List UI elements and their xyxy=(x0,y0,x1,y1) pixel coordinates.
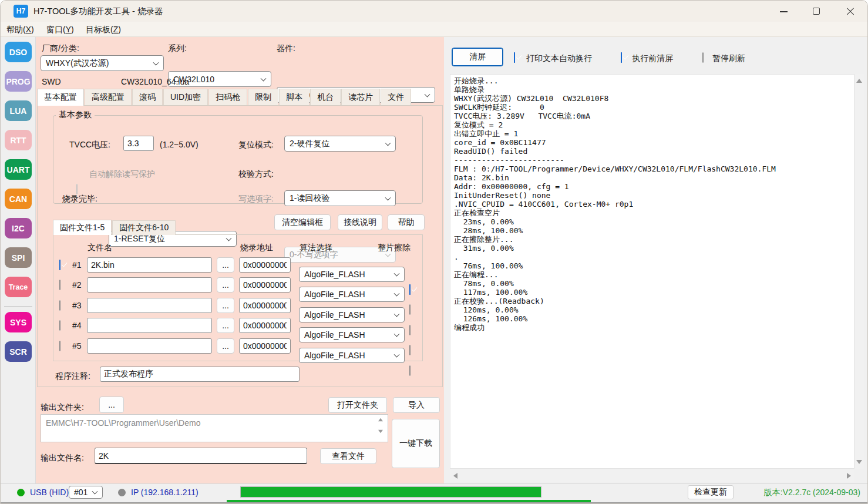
reset-mode-select[interactable]: 2-硬件复位 xyxy=(284,136,396,152)
console-line: ReadUID() failed xyxy=(454,147,850,156)
sidebar-item-uart[interactable]: UART xyxy=(5,159,32,180)
console-output[interactable]: 开始烧录... 单路烧录 WHXY(武汉芯源) CW32L010 CW32L01… xyxy=(450,74,854,469)
scroll-down-icon[interactable] xyxy=(856,460,862,464)
console-line: TVCC电压: 3.289V TVCC电流:0mA xyxy=(454,112,850,120)
clear-before-run-label: 执行前清屏 xyxy=(632,53,673,63)
sidebar-item-dso[interactable]: DSO xyxy=(5,42,32,62)
row-filename-input[interactable] xyxy=(87,318,212,333)
verify-mode-select[interactable]: 1-读回校验 xyxy=(284,190,396,206)
status-bar: USB (HID) #01 IP (192.168.1.211) 检查更新 版本… xyxy=(1,483,868,500)
output-folder-path-box[interactable]: EMMC\H7-TOOL\Programmer\User\Demo xyxy=(41,414,388,442)
console-vscrollbar[interactable] xyxy=(854,74,864,469)
row-address-input[interactable] xyxy=(239,338,291,354)
row-browse-button[interactable]: ... xyxy=(217,257,234,273)
row-algorithm-select[interactable]: AlgoFile_FLASH xyxy=(299,348,405,363)
help-button[interactable]: 帮助 xyxy=(388,214,425,230)
view-file-button[interactable]: 查看文件 xyxy=(320,448,376,464)
sidebar-item-can[interactable]: CAN xyxy=(5,189,32,209)
clear-screen-button[interactable]: 清屏 xyxy=(452,48,503,66)
tab-read-chip[interactable]: 读芯片 xyxy=(341,89,380,106)
config-tabbar: 基本配置 高级配置 滚码 UID加密 扫码枪 限制 脚本 机台 读芯片 文件 xyxy=(37,89,412,106)
chevron-down-icon xyxy=(394,311,400,317)
output-filename-input[interactable] xyxy=(95,448,307,464)
tab-script[interactable]: 脚本 xyxy=(279,89,309,106)
row-enable-checkbox[interactable] xyxy=(59,280,60,290)
row-filename-input[interactable] xyxy=(87,277,212,293)
scroll-right-icon[interactable] xyxy=(847,473,851,479)
open-folder-button[interactable]: 打开文件夹 xyxy=(328,397,387,413)
unlock-protect-checkbox[interactable] xyxy=(76,184,78,194)
row-browse-button[interactable]: ... xyxy=(217,338,234,354)
comment-label: 程序注释: xyxy=(55,371,90,381)
pause-refresh-checkbox[interactable] xyxy=(702,52,704,63)
wiring-help-button[interactable]: 接线说明 xyxy=(338,214,382,230)
row-filename-input[interactable] xyxy=(87,298,212,313)
tab-machine[interactable]: 机台 xyxy=(310,89,341,106)
sidebar-item-rtt[interactable]: RTT xyxy=(5,130,32,150)
tab-advanced-config[interactable]: 高级配置 xyxy=(85,89,132,106)
row-address-input[interactable] xyxy=(239,318,291,333)
menu-item-targetboard[interactable]: 目标板(Z) xyxy=(86,25,121,34)
check-update-button[interactable]: 检查更新 xyxy=(688,485,734,499)
output-folder-browse-button[interactable]: ... xyxy=(99,397,124,413)
firmware-tabbar: 固件文件1-5 固件文件6-10 xyxy=(53,220,176,235)
menu-item-window[interactable]: 窗口(Y) xyxy=(46,25,74,34)
sidebar-item-lua[interactable]: LUA xyxy=(5,100,32,121)
programmer-panel: 厂商/分类: 系列: 器件: WHXY(武汉芯源) CW32L010 CW32L… xyxy=(36,37,444,483)
channel-select[interactable]: #01 xyxy=(69,486,103,499)
row-address-input[interactable] xyxy=(239,298,291,313)
tab-firmware-6-10[interactable]: 固件文件6-10 xyxy=(112,220,176,235)
vendor-select[interactable]: WHXY(武汉芯源) xyxy=(41,55,164,71)
path-scroll-down-button[interactable] xyxy=(378,429,383,434)
clear-before-run-checkbox[interactable] xyxy=(621,52,622,63)
import-button[interactable]: 导入 xyxy=(393,397,440,413)
row-browse-button[interactable]: ... xyxy=(217,318,234,333)
tab-file[interactable]: 文件 xyxy=(381,89,411,106)
row-browse-button[interactable]: ... xyxy=(217,277,234,293)
row-address-input[interactable] xyxy=(239,257,291,273)
row-enable-checkbox[interactable] xyxy=(59,320,60,331)
sidebar-item-prog[interactable]: PROG xyxy=(5,71,32,92)
app-window: H7 H7-TOOL多功能开发工具 - 烧录器 帮助(X) 窗口(Y) 目标板(… xyxy=(0,0,868,504)
tab-limit[interactable]: 限制 xyxy=(248,89,278,106)
console-line: SWCLK时钟延迟: 0 xyxy=(454,103,850,112)
menu-item-help[interactable]: 帮助(X) xyxy=(6,25,34,34)
sidebar-item-i2c[interactable]: I2C xyxy=(5,218,32,238)
sidebar-item-trace[interactable]: Trace xyxy=(5,277,32,297)
console-line: Data: 2K.bin xyxy=(454,173,850,182)
tab-basic-config[interactable]: 基本配置 xyxy=(37,89,84,106)
console-hscrollbar[interactable] xyxy=(450,470,854,482)
tab-firmware-1-5[interactable]: 固件文件1-5 xyxy=(53,220,112,235)
scroll-left-icon[interactable] xyxy=(453,473,457,479)
tab-uid-encrypt[interactable]: UID加密 xyxy=(163,89,208,106)
close-button[interactable] xyxy=(837,1,864,22)
comment-input[interactable] xyxy=(100,367,300,382)
sidebar-item-scr[interactable]: SCR xyxy=(5,341,32,362)
one-key-download-button[interactable]: 一键下载 xyxy=(392,419,440,468)
chevron-down-icon xyxy=(261,75,267,81)
tab-barcode-scanner[interactable]: 扫码枪 xyxy=(208,89,247,106)
console-line: 单路烧录 xyxy=(454,85,850,94)
row-enable-checkbox[interactable] xyxy=(59,341,60,351)
sidebar-item-spi[interactable]: SPI xyxy=(5,247,32,268)
minimize-button[interactable] xyxy=(770,1,797,22)
path-scroll-up-button[interactable] xyxy=(378,418,383,422)
scroll-up-icon[interactable] xyxy=(856,79,862,83)
row-filename-input[interactable] xyxy=(87,338,212,354)
sidebar-item-sys[interactable]: SYS xyxy=(5,312,32,332)
row-browse-button[interactable]: ... xyxy=(217,298,234,313)
row-enable-checkbox[interactable] xyxy=(59,260,60,270)
bottom-strip xyxy=(1,500,868,504)
tab-rolling-code[interactable]: 滚码 xyxy=(132,89,163,106)
row-filename-input[interactable] xyxy=(87,257,212,273)
clear-edit-button[interactable]: 清空编辑框 xyxy=(274,214,331,230)
tvcc-input[interactable] xyxy=(123,136,154,151)
maximize-button[interactable] xyxy=(803,1,830,22)
part-label: 器件: xyxy=(277,43,295,53)
autowrap-checkbox[interactable] xyxy=(514,52,515,63)
console-line: 28ms, 100.00% xyxy=(454,226,850,235)
tvcc-range: (1.2~5.0V) xyxy=(160,140,199,149)
row-erase-checkbox[interactable] xyxy=(409,365,411,376)
row-enable-checkbox[interactable] xyxy=(59,300,60,311)
row-address-input[interactable] xyxy=(239,277,291,293)
